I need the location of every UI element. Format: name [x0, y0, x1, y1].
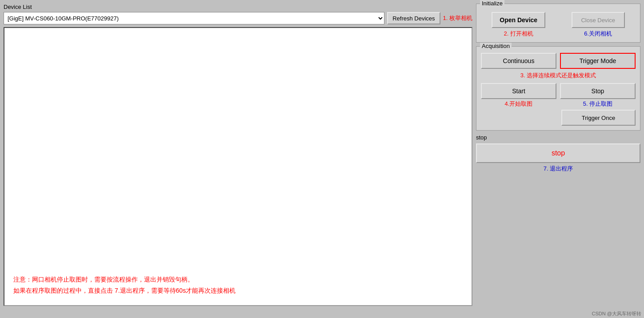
device-list-label: Device List: [4, 4, 472, 10]
initialize-buttons: Open Device 2. 打开相机 Close Device 6.关闭相机: [481, 8, 636, 38]
open-device-label: 2. 打开相机: [504, 30, 533, 38]
device-select[interactable]: [GigE] MV-CS060-10GM-PRO(E77029927): [4, 12, 384, 24]
trigger-once-container: Trigger Once: [481, 110, 636, 126]
enum-camera-label: 1. 枚举相机: [443, 14, 472, 22]
close-device-button[interactable]: Close Device: [572, 12, 625, 28]
start-label: 4.开始取图: [505, 100, 533, 108]
close-device-label: 6.关闭相机: [584, 30, 612, 38]
csdn-footer: CSDN @大风车转呀转: [0, 310, 644, 318]
open-device-group: Open Device 2. 打开相机: [492, 12, 545, 38]
stop-group: Stop 5. 停止取图: [560, 83, 636, 108]
refresh-devices-button[interactable]: Refresh Devices: [387, 12, 440, 24]
exit-label: 7. 退出程序: [476, 165, 640, 173]
close-device-group: Close Device 6.关闭相机: [572, 12, 625, 38]
stop-acquisition-button[interactable]: Stop: [560, 83, 636, 99]
trigger-mode-button[interactable]: Trigger Mode: [560, 53, 636, 69]
mode-buttons: Continuous Trigger Mode: [481, 53, 636, 69]
mode-label: 3. 选择连续模式还是触发模式: [481, 72, 636, 80]
stop-section-label: stop: [476, 134, 640, 141]
acquisition-title: Acquisition: [480, 43, 512, 49]
start-group: Start 4.开始取图: [481, 83, 556, 108]
open-device-button[interactable]: Open Device: [492, 12, 545, 28]
stop-label: 5. 停止取图: [583, 100, 612, 108]
notice-text: 注意：网口相机停止取图时，需要按流程操作，退出并销毁句柄。 如果在程序取图的过程…: [13, 274, 236, 296]
start-stop-row: Start 4.开始取图 Stop 5. 停止取图: [481, 83, 636, 108]
initialize-group: Initialize Open Device 2. 打开相机 Close Dev…: [476, 4, 640, 43]
stop-program-button[interactable]: stop: [476, 143, 640, 163]
right-panel: Initialize Open Device 2. 打开相机 Close Dev…: [476, 4, 640, 306]
left-panel: Device List [GigE] MV-CS060-10GM-PRO(E77…: [4, 4, 472, 306]
start-button[interactable]: Start: [481, 83, 556, 99]
initialize-title: Initialize: [480, 0, 504, 7]
trigger-once-button[interactable]: Trigger Once: [561, 110, 636, 126]
device-row: [GigE] MV-CS060-10GM-PRO(E77029927) Refr…: [4, 12, 472, 24]
acquisition-group: Acquisition Continuous Trigger Mode 3. 选…: [476, 46, 640, 131]
image-area: 注意：网口相机停止取图时，需要按流程操作，退出并销毁句柄。 如果在程序取图的过程…: [4, 27, 472, 306]
stop-section: stop stop 7. 退出程序: [476, 134, 640, 173]
continuous-button[interactable]: Continuous: [481, 53, 556, 69]
device-list-section: Device List [GigE] MV-CS060-10GM-PRO(E77…: [4, 4, 472, 24]
